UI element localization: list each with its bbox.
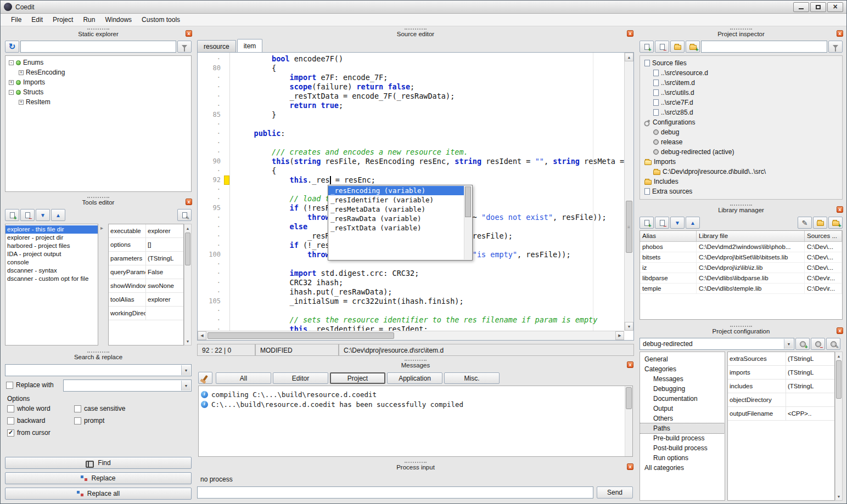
column-header-sources[interactable]: Sources ... [805,231,842,241]
completion-item-resmetadata-variable[interactable]: _resMetaData (variable) [328,205,464,214]
scroll-up-icon[interactable]: ▲ [184,224,191,232]
checkbox-box[interactable] [7,417,14,424]
inspector-item-src-item-d[interactable]: ..\src\item.d [640,78,842,88]
category-others[interactable]: Others [640,414,725,423]
filter-project[interactable]: Project [330,372,385,384]
send-button[interactable]: Send [597,486,633,499]
column-header-alias[interactable]: Alias [640,231,697,241]
filter-button[interactable] [828,41,843,53]
menu-item-windows[interactable]: Windows [100,14,137,25]
library-row[interactable]: bitsetsC:\Dev\dproj\bitSet\lib\bitsets.l… [640,252,842,263]
window-titlebar[interactable]: Coedit [1,1,846,14]
library-row[interactable]: phobosC:\Dev\dmd2\windows\lib\phob...C:\… [640,242,842,252]
scroll-thumb[interactable] [207,332,394,339]
open-folder-button[interactable] [670,41,685,53]
property-value[interactable]: [] [146,238,183,251]
category-output[interactable]: Output [640,404,725,414]
combo-dropdown-icon[interactable] [784,339,793,349]
tab-resource[interactable]: resource [197,40,236,52]
minimize-button[interactable] [793,2,809,12]
add-source-button[interactable] [640,41,654,53]
static-tree-item-resencoding[interactable]: ResEncoding [5,67,191,77]
close-panel-button[interactable] [837,206,843,213]
drag-grip[interactable] [405,462,427,463]
drag-grip[interactable] [730,326,752,327]
scroll-thumb[interactable] [185,233,190,265]
maximize-button[interactable] [810,2,826,12]
checkbox-box[interactable] [74,417,81,424]
property-value[interactable] [146,307,183,320]
move-library-up-button[interactable] [686,217,700,229]
inspector-item-release[interactable]: release [640,137,842,147]
column-header-library-file[interactable]: Library file [697,231,805,241]
property-value[interactable]: explorer [146,293,183,306]
filter-application[interactable]: Application [387,372,442,384]
close-button[interactable] [827,2,843,12]
completion-item-residentifier-variable[interactable]: _resIdentifier (variable) [328,195,464,205]
property-value[interactable]: (TStringL [146,252,183,265]
drag-grip[interactable] [730,29,752,30]
library-open-folder-button[interactable] [813,217,827,229]
inspector-item-extra-sources[interactable]: Extra sources [640,186,842,196]
expand-icon[interactable] [9,80,14,85]
category-debugging[interactable]: Debugging [640,384,725,394]
filter-button[interactable] [177,41,192,53]
checkbox-box[interactable] [7,429,14,437]
editor-vertical-scrollbar[interactable]: ▲ ▼ ≡ [624,53,633,331]
editor-horizontal-scrollbar[interactable]: ◀ ▶ [198,331,624,340]
static-tree-item-imports[interactable]: Imports [5,77,191,87]
collapse-icon[interactable] [9,60,14,65]
message-row[interactable]: C:\...\build\resource.d.coedit has been … [199,399,632,409]
tools-grid-scrollbar[interactable]: ▲ ▼ [184,224,192,346]
close-panel-button[interactable] [627,361,633,368]
tool-item-harbored-project-files[interactable]: harbored - project files [5,242,98,250]
inspector-item-debug-redirected-active[interactable]: debug-redirected (active) [640,147,842,157]
expand-icon[interactable] [19,100,24,105]
tool-item-console[interactable]: console [5,258,98,267]
add-library-button[interactable] [640,217,654,229]
drag-grip[interactable] [87,352,109,353]
move-library-down-button[interactable] [670,217,685,229]
category-categories[interactable]: Categories [640,364,725,374]
tool-item-dscanner-syntax[interactable]: dscanner - syntax [5,267,98,275]
replace-with-checkbox[interactable]: Replace with [6,381,54,389]
scroll-thumb[interactable] [465,186,471,217]
close-panel-button[interactable] [627,30,633,37]
clone-configuration-button[interactable] [826,338,840,350]
category-general[interactable]: General [640,354,725,364]
checkbox-whole-word[interactable]: whole word [7,405,74,412]
close-panel-button[interactable] [837,30,843,37]
category-post-build-process[interactable]: Post-build process [640,443,725,453]
category-paths[interactable]: Paths [640,423,725,433]
add-folder-button[interactable] [686,41,700,53]
drag-grip[interactable] [730,205,752,206]
splitter-arrow-icon[interactable]: ▸ [100,225,103,231]
close-panel-button[interactable] [627,463,633,470]
inspector-item-imports[interactable]: Imports [640,157,842,167]
scroll-down-icon[interactable]: ▼ [184,337,191,345]
message-row[interactable]: compiling C:\...\build\resource.d.coedit [199,389,632,399]
move-tool-down-button[interactable] [36,209,50,221]
inspector-item-c-dev-dproj-resource-d-build-src[interactable]: C:\Dev\dproj\resource.d\build\..\src\ [640,167,842,177]
category-messages[interactable]: Messages [640,374,725,384]
static-tree-item-resitem[interactable]: ResItem [5,97,191,107]
property-value[interactable]: (TStringL [786,366,834,379]
replace-all-button[interactable]: Replace all [5,488,192,500]
checkbox-box[interactable] [6,382,13,389]
scroll-thumb[interactable] [626,387,632,409]
library-row[interactable]: libdparseC:\Dev\dlibs\libdparse.libC:\De… [640,273,842,284]
clear-messages-button[interactable] [198,372,212,384]
menu-item-edit[interactable]: Edit [26,14,48,25]
drag-grip[interactable] [405,29,427,30]
property-value[interactable]: explorer [146,224,183,237]
static-tree-item-structs[interactable]: Structs [5,87,191,97]
completion-item-restxtdata-variable[interactable]: _resTxtData (variable) [328,223,464,233]
clone-tool-button[interactable] [177,209,192,221]
combo-dropdown-icon[interactable] [181,365,190,375]
remove-library-button[interactable] [655,217,669,229]
combo-dropdown-icon[interactable] [181,381,190,390]
completion-item-resencoding-variable[interactable]: _resEncoding (variable) [328,186,464,195]
property-value[interactable] [786,393,834,406]
drag-grip[interactable] [87,29,109,30]
checkbox-box[interactable] [7,405,14,412]
